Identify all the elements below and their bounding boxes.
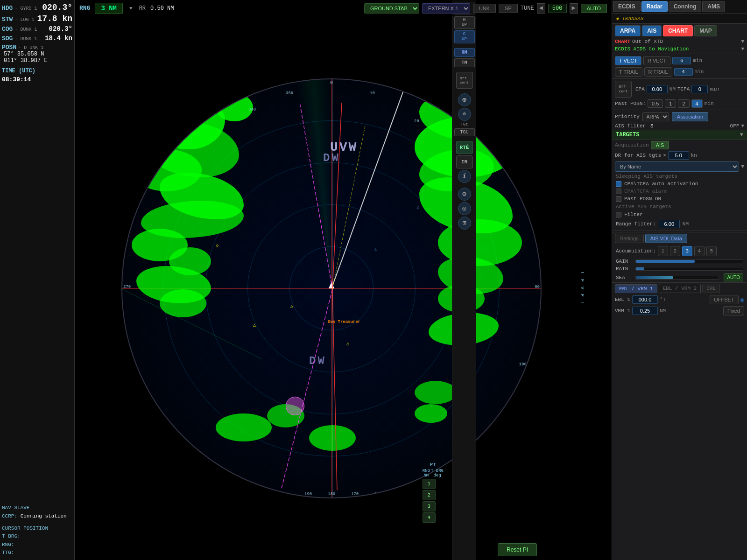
vrm1-row: VRM 1 NM Fixed bbox=[612, 305, 747, 316]
offset-icon[interactable]: ◉ bbox=[740, 296, 744, 304]
gyro-icon-btn[interactable]: ⊕ bbox=[458, 93, 471, 106]
by-name-select[interactable]: By Name bbox=[615, 161, 739, 172]
ams-tab[interactable]: AMS bbox=[702, 1, 725, 12]
cog-source: · DUNK 1 bbox=[14, 27, 37, 32]
filter-checkbox[interactable] bbox=[616, 212, 621, 217]
accum-btn-2[interactable]: 2 bbox=[670, 246, 680, 256]
cpa-alarm-checkbox[interactable] bbox=[616, 189, 621, 194]
active-ais-header: Active AIS targets bbox=[612, 203, 747, 211]
sea-auto-button[interactable]: AUTO bbox=[724, 273, 743, 281]
chl-tab[interactable]: CHL bbox=[702, 284, 720, 293]
sp-button[interactable]: SP bbox=[499, 4, 518, 13]
tgt-button[interactable]: TGt bbox=[454, 128, 475, 136]
accum-btn-1[interactable]: 1 bbox=[658, 246, 668, 256]
posn-btn-4[interactable]: 4 bbox=[691, 99, 703, 108]
ais-vdl-tab-btn[interactable]: AIS VDL Data bbox=[645, 234, 687, 243]
association-button[interactable]: Association bbox=[672, 112, 708, 121]
dr-value-input[interactable] bbox=[668, 151, 689, 160]
pi-btn-3[interactable]: 3 bbox=[423, 501, 436, 511]
ebl-vrm2-tab[interactable]: EBL / VRM 2 bbox=[659, 284, 701, 293]
map-button[interactable]: MAP bbox=[694, 25, 717, 36]
rng-display-value[interactable]: 3 NM bbox=[95, 3, 123, 14]
off-cent-button[interactable]: Offcent bbox=[456, 72, 473, 89]
active-ais-label: Active AIS targets bbox=[616, 204, 671, 210]
past-posn-on-checkbox[interactable] bbox=[616, 196, 621, 202]
rain-slider[interactable] bbox=[635, 267, 743, 271]
gain-slider[interactable] bbox=[635, 259, 743, 263]
reset-pi-button[interactable]: Reset PI bbox=[498, 543, 537, 556]
cursor-icon-btn[interactable]: ◎ bbox=[458, 202, 471, 215]
sea-fill bbox=[636, 276, 673, 279]
accum-btn-4[interactable]: 4 bbox=[694, 246, 705, 256]
posn-btn-1[interactable]: 1 bbox=[665, 99, 676, 108]
h-up-button[interactable]: HUP bbox=[454, 16, 475, 29]
uvw-label: UVW bbox=[330, 140, 358, 154]
rtrail-button[interactable]: R TRAIL bbox=[644, 67, 672, 77]
stab-select[interactable]: GROUND STAB bbox=[364, 3, 419, 14]
cpa-input[interactable] bbox=[647, 85, 668, 93]
targets-arrow[interactable]: ▼ bbox=[740, 132, 743, 138]
rvect-button[interactable]: R VECT bbox=[643, 56, 670, 65]
zoom-icon-btn[interactable]: ⊞ bbox=[458, 217, 471, 230]
vrm1-input[interactable] bbox=[632, 307, 658, 315]
unk-button[interactable]: UNK bbox=[473, 4, 496, 13]
tvect-button[interactable]: T VECT bbox=[615, 56, 641, 65]
tune-inc-button[interactable]: ▶ bbox=[570, 3, 578, 14]
pi-btn-1[interactable]: 1 bbox=[423, 479, 436, 489]
tm-button[interactable]: TM bbox=[454, 58, 475, 67]
tune-dec-button[interactable]: ◀ bbox=[537, 3, 545, 14]
rte-button[interactable]: RTÉ bbox=[456, 141, 473, 154]
ecdis-dropdown-arrow[interactable]: ▼ bbox=[741, 46, 744, 52]
ecdis-tab[interactable]: ECDIS bbox=[613, 1, 641, 12]
compass-350: 350 bbox=[286, 91, 293, 96]
ebl-vrm1-tab[interactable]: EBL / VRM 1 bbox=[615, 284, 657, 293]
radar-display[interactable]: DW DW UVW △ △ △ ◇ Ows Treasurer bbox=[121, 78, 542, 498]
radar-tab[interactable]: Radar bbox=[641, 1, 668, 12]
ais-acq-button[interactable]: AIS bbox=[651, 141, 669, 149]
arpa-priority-select[interactable]: ARPA bbox=[642, 112, 669, 121]
offcent-btn-right[interactable]: Offcent bbox=[615, 81, 632, 98]
chart-dropdown-arrow[interactable]: ▼ bbox=[741, 39, 744, 44]
posn-btn-2[interactable]: 2 bbox=[678, 99, 689, 108]
conning-tab[interactable]: Conning bbox=[669, 1, 702, 12]
pi-btn-4[interactable]: 4 bbox=[423, 512, 436, 523]
cpa-alarm-row: CPA\TCPA alarm bbox=[612, 188, 747, 195]
ttrail-button[interactable]: T TRAIL bbox=[615, 67, 642, 77]
ccrp-value: Conning station bbox=[21, 513, 67, 519]
ir-button[interactable]: IR bbox=[456, 155, 473, 168]
by-name-arrow[interactable]: ▼ bbox=[741, 164, 744, 169]
chart-button[interactable]: CHART bbox=[663, 25, 693, 36]
cpa-auto-checkbox[interactable] bbox=[616, 181, 621, 187]
ais-filter-arrow[interactable]: ▼ bbox=[741, 123, 744, 129]
info-button[interactable]: i bbox=[458, 170, 471, 183]
settings-tab-btn[interactable]: Settings bbox=[615, 234, 644, 243]
accum-btn-5[interactable]: 5 bbox=[706, 246, 717, 256]
compass-110: 110 bbox=[505, 413, 513, 418]
compass-250: 250 bbox=[132, 413, 139, 418]
rm-button[interactable]: RM bbox=[454, 48, 475, 57]
tcpa-input[interactable] bbox=[691, 85, 708, 93]
own-ship-marker bbox=[329, 282, 334, 288]
radar-mode-icon-btn[interactable]: ⊗ bbox=[458, 108, 471, 121]
range-filter-input[interactable] bbox=[659, 220, 680, 228]
extern-select[interactable]: EXTERN X-1 bbox=[422, 3, 470, 14]
c-up-button[interactable]: CUP bbox=[454, 30, 475, 43]
cpa-auto-label: CPA\TCPA auto activation bbox=[624, 181, 698, 187]
posn-btn-05[interactable]: 0.5 bbox=[648, 99, 663, 108]
settings-icon-btn[interactable]: ⚙ bbox=[458, 188, 471, 201]
chart-status-row: CHART Out of XTD ▼ bbox=[612, 38, 747, 45]
sog-source: · DUNK 1 bbox=[14, 36, 37, 42]
accum-btn-3[interactable]: 3 bbox=[682, 246, 692, 256]
auto-button[interactable]: AUTO bbox=[581, 4, 607, 13]
compass-210: 210 bbox=[234, 490, 242, 495]
arpa-button[interactable]: ARPA bbox=[615, 25, 641, 36]
sea-slider[interactable] bbox=[635, 276, 719, 280]
ais-button[interactable]: AIS bbox=[642, 25, 662, 36]
offset-button[interactable]: OFFSET bbox=[710, 295, 738, 304]
pi-btn-2[interactable]: 2 bbox=[423, 490, 436, 500]
acquisition-row: Acquisition AIS bbox=[612, 140, 747, 150]
radar-area[interactable]: RNG 3 NM ▼ RR 0.50 NM GROUND STAB EXTERN… bbox=[75, 0, 612, 560]
fixed-button[interactable]: Fixed bbox=[723, 306, 744, 315]
sea-row: SEA AUTO bbox=[612, 273, 747, 282]
ebl1-input[interactable] bbox=[632, 295, 658, 304]
